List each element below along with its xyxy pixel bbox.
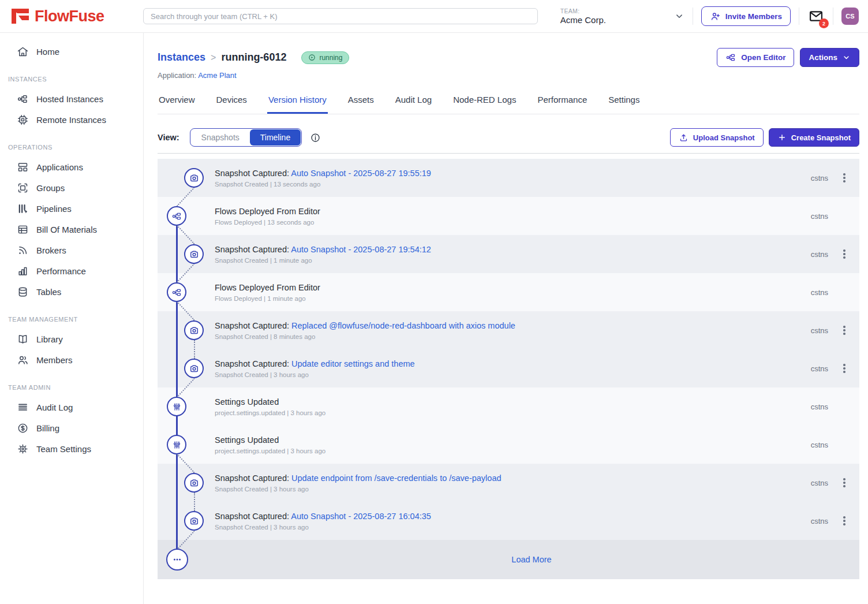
sidebar-item-pipelines[interactable]: Pipelines <box>0 198 143 219</box>
timeline: Snapshot Captured: Auto Snapshot - 2025-… <box>158 159 859 579</box>
upload-snapshot-button[interactable]: Upload Snapshot <box>670 128 764 147</box>
row-menu-button[interactable] <box>837 475 851 490</box>
actions-button[interactable]: Actions <box>800 48 859 67</box>
event-title: Flows Deployed From Editor <box>215 283 320 292</box>
sidebar-item-billing[interactable]: Billing <box>0 417 143 438</box>
team-switcher[interactable]: TEAM: Acme Corp. <box>560 8 684 25</box>
sidebar-item-label: Home <box>36 47 59 57</box>
sliders-icon <box>167 435 186 454</box>
logo-text: FlowFuse <box>35 8 104 25</box>
tab-node-red-logs[interactable]: Node-RED Logs <box>452 89 517 114</box>
sidebar-item-library[interactable]: Library <box>0 329 143 349</box>
sidebar-section-header: TEAM ADMIN <box>0 370 143 397</box>
event-user: cstns <box>811 517 828 525</box>
tab-devices[interactable]: Devices <box>215 89 248 114</box>
row-menu-button[interactable] <box>837 513 851 528</box>
tab-audit-log[interactable]: Audit Log <box>394 89 433 114</box>
cog-icon <box>17 443 29 455</box>
sidebar-item-team-settings[interactable]: Team Settings <box>0 438 143 459</box>
application-link[interactable]: Acme Plant <box>198 71 236 80</box>
search-input[interactable] <box>143 8 538 24</box>
flowfuse-logo[interactable]: FlowFuse <box>10 8 143 25</box>
sidebar-item-performance[interactable]: Performance <box>0 260 143 281</box>
event-meta: Flows Deployed | 1 minute ago <box>215 295 320 302</box>
sidebar-item-members[interactable]: Members <box>0 349 143 370</box>
tab-assets[interactable]: Assets <box>347 89 375 114</box>
team-label: TEAM: <box>560 8 606 14</box>
view-snapshots-button[interactable]: Snapshots <box>191 129 250 146</box>
snapshot-link[interactable]: Auto Snapshot - 2025-08-27 16:04:35 <box>291 512 431 521</box>
event-user: cstns <box>811 212 828 221</box>
application-label: Application: <box>158 71 196 80</box>
view-timeline-button[interactable]: Timeline <box>250 129 301 146</box>
row-menu-button[interactable] <box>837 247 851 262</box>
notifications-button[interactable]: 2 <box>807 8 825 25</box>
notification-count-badge: 2 <box>819 18 829 28</box>
tab-settings[interactable]: Settings <box>607 89 641 114</box>
projects-icon <box>17 93 29 105</box>
row-menu-button[interactable] <box>837 323 851 338</box>
row-menu-button[interactable] <box>837 361 851 376</box>
open-editor-button[interactable]: Open Editor <box>717 48 794 67</box>
timeline-event-row: Snapshot Captured: Auto Snapshot - 2025-… <box>158 502 859 540</box>
editor-projects-icon <box>725 52 736 63</box>
row-menu-button[interactable] <box>837 170 851 185</box>
timeline-event-row: Snapshot Captured: Update endpoint from … <box>158 464 859 502</box>
sidebar-item-audit-log[interactable]: Audit Log <box>0 397 143 417</box>
event-user: cstns <box>811 326 828 335</box>
application-row: Application: Acme Plant <box>158 71 859 80</box>
event-meta: Snapshot Created | 3 hours ago <box>215 486 502 493</box>
tab-overview[interactable]: Overview <box>158 89 196 114</box>
status-badge: running <box>301 51 349 64</box>
sidebar-item-brokers[interactable]: Brokers <box>0 240 143 260</box>
sidebar-item-tables[interactable]: Tables <box>0 281 143 302</box>
event-meta: Snapshot Created | 3 hours ago <box>215 371 415 378</box>
sidebar-item-label: Brokers <box>36 245 66 255</box>
breadcrumb: Instances > running-6012 running Open Ed… <box>158 48 859 67</box>
upload-icon <box>679 133 689 143</box>
snapshot-link[interactable]: Auto Snapshot - 2025-08-27 19:55:19 <box>291 169 431 178</box>
sidebar-item-remote-instances[interactable]: Remote Instances <box>0 109 143 130</box>
sidebar-item-label: Performance <box>36 266 86 276</box>
snapshot-link[interactable]: Update editor settings and theme <box>291 359 415 368</box>
create-snapshot-button[interactable]: Create Snapshot <box>769 128 859 147</box>
home-icon <box>17 46 29 58</box>
book-open-icon <box>17 333 29 345</box>
invite-members-button[interactable]: Invite Members <box>701 6 791 26</box>
event-title: Snapshot Captured: <box>215 321 291 330</box>
event-title: Flows Deployed From Editor <box>215 207 320 216</box>
currency-dollar-icon <box>17 422 29 434</box>
table-list-icon <box>17 223 29 236</box>
sidebar-item-home[interactable]: Home <box>0 41 143 62</box>
snapshot-link[interactable]: Update endpoint from /save-credentials t… <box>291 473 502 483</box>
sidebar-item-groups[interactable]: Groups <box>0 177 143 198</box>
avatar[interactable]: CS <box>841 8 859 25</box>
instance-name: running-6012 <box>221 51 286 64</box>
projects-icon <box>167 282 186 302</box>
play-circle-icon <box>308 54 316 61</box>
sidebar-item-hosted-instances[interactable]: Hosted Instances <box>0 88 143 109</box>
groups-icon <box>17 182 29 194</box>
sidebar-item-bill-of-materials[interactable]: Bill Of Materials <box>0 219 143 240</box>
timeline-event-row: Settings Updatedproject.settings.updated… <box>158 426 859 464</box>
rss-icon <box>17 244 29 256</box>
tab-performance[interactable]: Performance <box>536 89 588 114</box>
ellipsis-icon <box>166 549 188 571</box>
info-icon[interactable] <box>310 132 321 143</box>
breadcrumb-instances-link[interactable]: Instances <box>158 51 205 64</box>
divider <box>799 8 799 25</box>
snapshot-link[interactable]: Replaced @flowfuse/node-red-dashboard wi… <box>291 321 515 330</box>
sidebar-item-applications[interactable]: Applications <box>0 156 143 177</box>
sidebar-item-label: Remote Instances <box>36 115 106 125</box>
event-title: Snapshot Captured: <box>215 245 291 254</box>
sidebar-item-label: Bill Of Materials <box>36 225 97 234</box>
snapshot-link[interactable]: Auto Snapshot - 2025-08-27 19:54:12 <box>291 245 431 254</box>
event-title: Snapshot Captured: <box>215 473 291 483</box>
timeline-event-row: Snapshot Captured: Auto Snapshot - 2025-… <box>158 159 859 197</box>
load-more-link[interactable]: Load More <box>465 555 551 564</box>
tab-version-history[interactable]: Version History <box>267 89 328 114</box>
event-user: cstns <box>811 250 828 259</box>
timeline-event-row: Flows Deployed From EditorFlows Deployed… <box>158 273 859 311</box>
tab-bar: OverviewDevicesVersion HistoryAssetsAudi… <box>158 89 859 114</box>
event-title: Settings Updated <box>215 435 279 445</box>
